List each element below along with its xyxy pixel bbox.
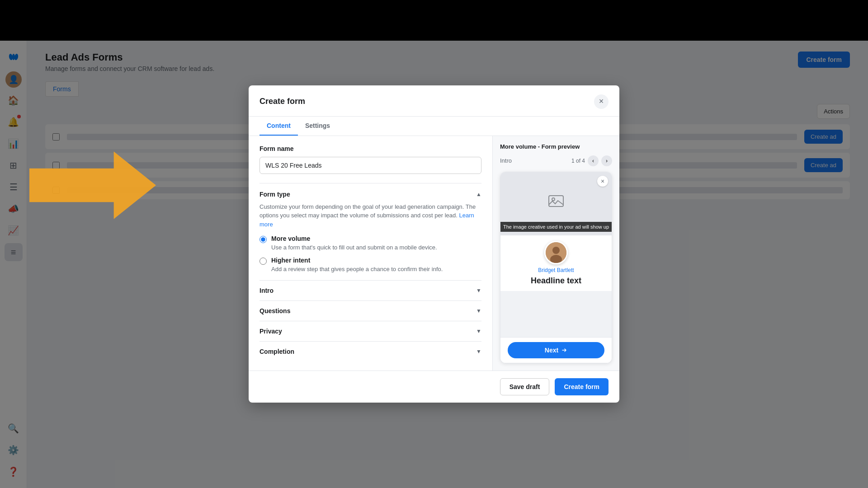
modal-close-button[interactable]: × bbox=[594, 94, 609, 109]
modal-footer: Save draft Create form bbox=[249, 371, 619, 403]
higher-intent-label: Higher intent bbox=[271, 257, 443, 264]
form-type-section: Form type ▲ Customize your form dependin… bbox=[259, 191, 481, 273]
tab-settings[interactable]: Settings bbox=[298, 117, 337, 136]
preview-nav-label: Intro bbox=[500, 157, 512, 164]
intro-chevron-icon: ▼ bbox=[476, 287, 481, 294]
image-tooltip: The image creative used in your ad will … bbox=[500, 222, 612, 232]
svg-marker-3 bbox=[29, 151, 156, 219]
phone-footer: Next bbox=[500, 337, 612, 363]
completion-chevron-icon: ▼ bbox=[476, 348, 481, 355]
next-label: Next bbox=[545, 347, 558, 354]
create-form-modal: Create form × Content Settings Form name bbox=[249, 85, 619, 403]
form-type-description: Customize your form depending on the goa… bbox=[259, 202, 481, 229]
next-page-button[interactable]: › bbox=[601, 155, 612, 166]
privacy-label: Privacy bbox=[259, 328, 282, 335]
higher-intent-desc: Add a review step that gives people a ch… bbox=[271, 266, 443, 272]
headline-text: Headline text bbox=[531, 276, 581, 286]
more-volume-option: More volume Use a form that's quick to f… bbox=[259, 235, 481, 251]
questions-accordion[interactable]: Questions ▼ bbox=[259, 300, 481, 321]
phone-image-area: The image creative used in your ad will … bbox=[500, 172, 612, 235]
modal-header: Create form × bbox=[249, 85, 619, 117]
form-panel: Form name Form type ▲ Customize your for… bbox=[249, 136, 493, 371]
modal-overlay: Create form × Content Settings Form name bbox=[0, 0, 868, 488]
higher-intent-option: Higher intent Add a review step that giv… bbox=[259, 257, 481, 273]
phone-body bbox=[500, 291, 612, 338]
form-type-title: Form type bbox=[259, 191, 290, 198]
phone-close-button[interactable]: × bbox=[597, 176, 608, 187]
form-name-section: Form name bbox=[259, 145, 481, 174]
profile-name: Bridget Bartlett bbox=[538, 267, 574, 273]
avatar-face bbox=[546, 242, 566, 263]
image-placeholder-icon bbox=[548, 193, 564, 213]
questions-label: Questions bbox=[259, 307, 290, 314]
completion-accordion[interactable]: Completion ▼ bbox=[259, 341, 481, 361]
create-form-modal-button[interactable]: Create form bbox=[555, 378, 609, 395]
preview-panel: More volume - Form preview Intro 1 of 4 … bbox=[493, 136, 619, 371]
more-volume-label: More volume bbox=[271, 235, 437, 242]
modal-body: Form name Form type ▲ Customize your for… bbox=[249, 136, 619, 371]
privacy-accordion[interactable]: Privacy ▼ bbox=[259, 321, 481, 341]
form-type-header: Form type ▲ bbox=[259, 191, 481, 198]
svg-point-7 bbox=[552, 247, 560, 254]
phone-mockup: × The image creative used in your ad wil… bbox=[500, 172, 612, 364]
profile-avatar bbox=[544, 241, 568, 264]
modal-title: Create form bbox=[259, 97, 305, 113]
preview-title: More volume - Form preview bbox=[500, 143, 580, 150]
arrow-indicator bbox=[29, 140, 156, 230]
prev-page-button[interactable]: ‹ bbox=[588, 155, 599, 166]
form-name-label: Form name bbox=[259, 145, 481, 152]
divider-1 bbox=[259, 183, 481, 183]
form-name-input[interactable] bbox=[259, 157, 481, 174]
next-button[interactable]: Next bbox=[508, 342, 604, 358]
save-draft-button[interactable]: Save draft bbox=[500, 378, 550, 395]
page-count: 1 of 4 bbox=[571, 158, 585, 164]
privacy-chevron-icon: ▼ bbox=[476, 328, 481, 334]
more-volume-desc: Use a form that's quick to fill out and … bbox=[271, 244, 437, 251]
tab-content[interactable]: Content bbox=[259, 117, 298, 136]
phone-profile-area: Bridget Bartlett Headline text bbox=[500, 235, 612, 291]
modal-tabs: Content Settings bbox=[249, 117, 619, 136]
collapse-icon[interactable]: ▲ bbox=[476, 191, 481, 197]
intro-label: Intro bbox=[259, 287, 274, 294]
svg-point-5 bbox=[552, 198, 555, 201]
preview-header: More volume - Form preview bbox=[500, 143, 612, 150]
preview-nav: Intro 1 of 4 ‹ › bbox=[500, 155, 612, 166]
intro-accordion[interactable]: Intro ▼ bbox=[259, 280, 481, 300]
completion-label: Completion bbox=[259, 348, 294, 355]
higher-intent-radio[interactable] bbox=[259, 258, 267, 265]
more-volume-radio[interactable] bbox=[259, 236, 267, 243]
svg-rect-4 bbox=[549, 196, 563, 206]
questions-chevron-icon: ▼ bbox=[476, 308, 481, 314]
